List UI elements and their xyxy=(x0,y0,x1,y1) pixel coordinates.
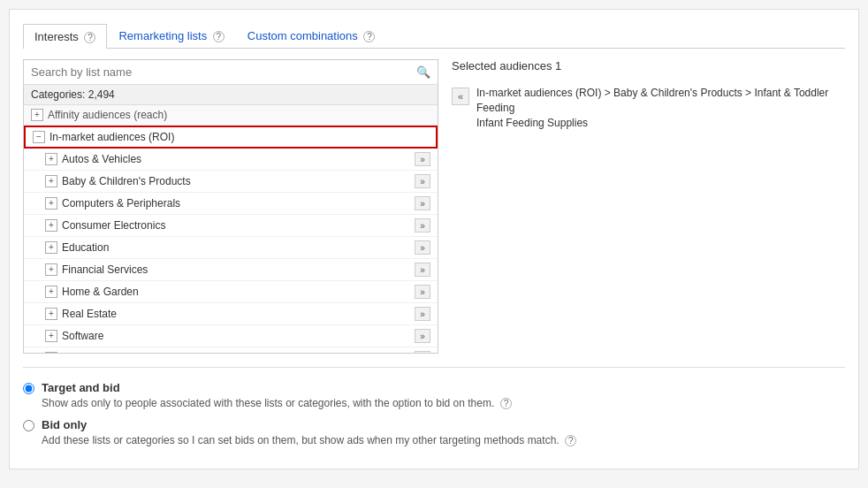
selected-audiences-header: Selected audiences 1 xyxy=(452,59,845,72)
search-box: 🔍 xyxy=(24,60,438,85)
realestate-expand-icon[interactable]: + xyxy=(45,308,57,320)
autos-arrow-btn[interactable]: » xyxy=(415,152,430,166)
baby-expand-icon[interactable]: + xyxy=(45,175,57,187)
home-label: Home & Garden xyxy=(62,286,139,298)
list-item[interactable]: + Autos & Vehicles » xyxy=(24,149,438,171)
bid-only-option: Bid only Add these lists or categories s… xyxy=(23,418,845,446)
list-item[interactable]: + Baby & Children's Products » xyxy=(24,171,438,193)
selected-audiences-count: 1 xyxy=(555,59,561,72)
tab-interests[interactable]: Interests ? xyxy=(23,24,107,49)
audience-item-sub: Infant Feeding Supplies xyxy=(476,117,588,129)
in-market-item[interactable]: − In-market audiences (ROI) xyxy=(24,126,438,149)
categories-label: Categories: xyxy=(31,88,85,101)
target-bid-help-icon[interactable]: ? xyxy=(500,398,512,409)
home-arrow-btn[interactable]: » xyxy=(415,285,430,299)
realestate-arrow-btn[interactable]: » xyxy=(415,307,430,321)
list-item[interactable]: + Software » xyxy=(24,325,438,347)
categories-count: 2,494 xyxy=(88,88,115,101)
financial-label: Financial Services xyxy=(62,263,148,276)
interests-help-icon[interactable]: ? xyxy=(84,32,95,43)
audience-item: « In-market audiences (ROI) > Baby & Chi… xyxy=(452,81,845,134)
affinity-expand-icon[interactable]: + xyxy=(31,109,43,121)
remove-audience-button[interactable]: « xyxy=(452,88,469,105)
bottom-section: Target and bid Show ads only to people a… xyxy=(23,367,845,446)
baby-label: Baby & Children's Products xyxy=(62,175,191,187)
education-expand-icon[interactable]: + xyxy=(45,241,57,254)
computers-label: Computers & Peripherals xyxy=(62,197,180,210)
consumer-arrow-btn[interactable]: » xyxy=(415,218,430,233)
bid-only-radio[interactable] xyxy=(23,420,34,431)
telecom-expand-icon[interactable]: + xyxy=(45,352,57,353)
tab-custom[interactable]: Custom combinations ? xyxy=(236,23,387,48)
financial-expand-icon[interactable]: + xyxy=(45,263,57,276)
autos-expand-icon[interactable]: + xyxy=(45,153,57,165)
search-input[interactable] xyxy=(31,65,416,79)
autos-label: Autos & Vehicles xyxy=(62,153,141,165)
audience-item-text: In-market audiences (ROI) > Baby & Child… xyxy=(476,87,828,114)
telecom-arrow-btn[interactable]: » xyxy=(415,351,430,353)
realestate-label: Real Estate xyxy=(62,308,117,320)
custom-help-icon[interactable]: ? xyxy=(363,31,375,42)
tab-remarketing-label: Remarketing lists xyxy=(118,29,207,42)
list-item[interactable]: + Home & Garden » xyxy=(24,281,438,303)
education-label: Education xyxy=(62,241,109,254)
affinity-label: Affinity audiences (reach) xyxy=(48,109,167,121)
left-panel: 🔍 Categories: 2,494 + Affinity audiences… xyxy=(23,59,438,354)
categories-header: Categories: 2,494 xyxy=(24,85,438,105)
tab-bar: Interests ? Remarketing lists ? Custom c… xyxy=(23,23,845,49)
tab-custom-label: Custom combinations xyxy=(247,29,358,42)
target-bid-radio[interactable] xyxy=(23,383,34,394)
in-market-expand-icon[interactable]: − xyxy=(33,131,45,143)
tree-list: + Affinity audiences (reach) − In-market… xyxy=(24,105,438,353)
list-item[interactable]: + Financial Services » xyxy=(24,259,438,281)
target-bid-title: Target and bid xyxy=(42,381,512,394)
financial-arrow-btn[interactable]: » xyxy=(415,263,430,277)
consumer-label: Consumer Electronics xyxy=(62,219,165,232)
computers-arrow-btn[interactable]: » xyxy=(415,196,430,210)
list-item[interactable]: + Real Estate » xyxy=(24,303,438,325)
software-arrow-btn[interactable]: » xyxy=(415,329,430,343)
list-item[interactable]: + Consumer Electronics » xyxy=(24,215,438,237)
main-container: Interests ? Remarketing lists ? Custom c… xyxy=(9,9,859,469)
list-item[interactable]: + Computers & Peripherals » xyxy=(24,193,438,215)
target-bid-label: Target and bid Show ads only to people a… xyxy=(42,381,512,409)
education-arrow-btn[interactable]: » xyxy=(415,240,430,255)
remarketing-help-icon[interactable]: ? xyxy=(213,31,225,42)
home-expand-icon[interactable]: + xyxy=(45,286,57,298)
bid-only-title: Bid only xyxy=(42,418,576,431)
software-label: Software xyxy=(62,330,103,342)
tab-interests-label: Interests xyxy=(34,30,79,43)
bid-only-help-icon[interactable]: ? xyxy=(565,435,576,446)
search-icon: 🔍 xyxy=(416,65,430,79)
selected-audiences-label: Selected audiences xyxy=(452,59,552,72)
baby-arrow-btn[interactable]: » xyxy=(415,174,430,188)
tab-remarketing[interactable]: Remarketing lists ? xyxy=(107,23,235,48)
telecom-label: Telecom xyxy=(62,352,102,353)
main-content: 🔍 Categories: 2,494 + Affinity audiences… xyxy=(23,59,845,354)
bid-only-label: Bid only Add these lists or categories s… xyxy=(42,418,576,446)
list-item[interactable]: + Telecom » xyxy=(24,347,438,353)
in-market-label: In-market audiences (ROI) xyxy=(49,131,174,143)
affinity-item[interactable]: + Affinity audiences (reach) xyxy=(24,105,438,126)
consumer-expand-icon[interactable]: + xyxy=(45,219,57,232)
list-item[interactable]: + Education » xyxy=(24,237,438,259)
target-bid-option: Target and bid Show ads only to people a… xyxy=(23,381,845,409)
target-bid-desc: Show ads only to people associated with … xyxy=(42,397,494,409)
audience-text: In-market audiences (ROI) > Baby & Child… xyxy=(476,86,845,130)
software-expand-icon[interactable]: + xyxy=(45,330,57,342)
computers-expand-icon[interactable]: + xyxy=(45,197,57,210)
right-panel: Selected audiences 1 « In-market audienc… xyxy=(452,59,845,354)
bid-only-desc: Add these lists or categories so I can s… xyxy=(42,434,560,446)
